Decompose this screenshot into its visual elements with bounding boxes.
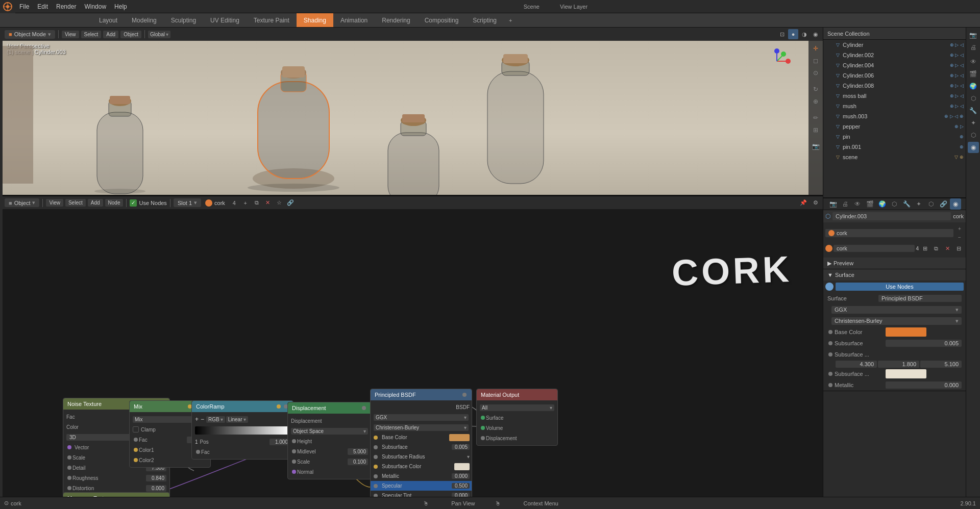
- ss-r2-field[interactable]: 1.800: [878, 361, 919, 368]
- surface-value-field[interactable]: Principled BSDF: [878, 295, 962, 302]
- disp-normal-socket[interactable]: [292, 470, 296, 474]
- mix-c1-socket[interactable]: [134, 448, 138, 452]
- tab-modeling[interactable]: Modeling: [125, 13, 164, 27]
- node-editor-mode-dropdown[interactable]: ■ Object ▾: [5, 198, 39, 207]
- disp-scale-socket[interactable]: [292, 460, 296, 464]
- prop-ss-socket[interactable]: [828, 341, 832, 345]
- bsdf-ssr-socket[interactable]: [374, 455, 378, 459]
- object-menu-btn[interactable]: Object: [120, 31, 141, 38]
- cr-pos-val[interactable]: 1.000: [270, 439, 290, 445]
- prop-met-socket[interactable]: [828, 383, 832, 387]
- outliner-item-scene[interactable]: ▽ scene ▽ ⊕: [823, 152, 966, 162]
- prop-tab-render[interactable]: 📷: [827, 198, 839, 210]
- menu-help[interactable]: Help: [110, 0, 131, 13]
- disp-space-dropdown[interactable]: Object Space ▾: [291, 428, 368, 435]
- view-menu-btn[interactable]: View: [62, 31, 79, 38]
- viewport-shading-wire[interactable]: ⊡: [777, 29, 787, 39]
- viewport-mode-dropdown[interactable]: ■ Object Mode ▾: [5, 30, 55, 39]
- viewport-shading-mat[interactable]: ◑: [799, 29, 810, 39]
- tab-animation[interactable]: Animation: [333, 13, 375, 27]
- vp-tool-annotate[interactable]: ✏: [810, 112, 821, 123]
- base-color-swatch[interactable]: [886, 327, 926, 337]
- ss-color-swatch[interactable]: [886, 369, 926, 378]
- menu-edit[interactable]: Edit: [33, 0, 52, 13]
- use-nodes-checkbox[interactable]: ✓ Use Nodes: [130, 199, 166, 207]
- tab-texture-paint[interactable]: Texture Paint: [247, 13, 297, 27]
- cr-rgb-dropdown[interactable]: RGB ▾: [206, 416, 225, 423]
- prop-basecolor-socket[interactable]: [828, 330, 832, 334]
- slot-dropdown[interactable]: Slot 1 ▾: [174, 198, 201, 207]
- ne-select-btn[interactable]: Select: [65, 199, 86, 207]
- scene-gizmo[interactable]: [762, 46, 792, 77]
- tab-shading[interactable]: Shading: [297, 13, 333, 27]
- menu-window[interactable]: Window: [80, 0, 110, 13]
- bsdf-basecolor-socket[interactable]: [374, 436, 378, 440]
- displacement-header[interactable]: Displacement: [288, 402, 371, 414]
- prop-tab-view[interactable]: 👁: [852, 198, 863, 210]
- prop-ssr-socket[interactable]: [828, 352, 832, 357]
- ri-particles[interactable]: ✦: [968, 117, 979, 129]
- bsdf-met-socket[interactable]: [374, 474, 378, 478]
- nt-scale-socket[interactable]: [67, 455, 71, 460]
- nt-detail-socket[interactable]: [67, 466, 71, 470]
- mat-name-field[interactable]: cork: [834, 245, 915, 252]
- tab-uv-editing[interactable]: UV Editing: [203, 13, 247, 27]
- viewport-shading-solid[interactable]: ●: [788, 29, 798, 39]
- prop-tab-scene[interactable]: 🎬: [864, 198, 875, 210]
- cr-remove-btn[interactable]: −: [201, 416, 204, 423]
- vp-tool-cursor[interactable]: ✛: [810, 43, 821, 54]
- disp-height-socket[interactable]: [292, 439, 296, 443]
- select-menu-btn[interactable]: Select: [81, 31, 102, 38]
- bsdf-basecolor-swatch[interactable]: [449, 434, 470, 441]
- ri-object[interactable]: ⬡: [968, 93, 979, 104]
- subsurface-val-field[interactable]: 0.005: [886, 340, 962, 347]
- blender-logo[interactable]: [0, 0, 15, 13]
- ri-scene[interactable]: 🎬: [968, 68, 979, 80]
- bsdf-metallic-val[interactable]: 0.000: [452, 473, 470, 479]
- vp-tool-rotate[interactable]: ↻: [810, 84, 821, 95]
- mix-c2-socket[interactable]: [134, 458, 138, 462]
- mix-clamp-checkbox[interactable]: [133, 426, 139, 432]
- mo-surface-socket[interactable]: [481, 416, 485, 420]
- cr-linear-dropdown[interactable]: Linear ▾: [226, 416, 248, 423]
- bsdf-ss-socket[interactable]: [374, 445, 378, 449]
- ne-add-btn[interactable]: Add: [88, 199, 103, 207]
- nt-roughness-val[interactable]: 0.840: [146, 475, 166, 481]
- preview-header[interactable]: ▶ Preview: [823, 258, 966, 269]
- menu-render[interactable]: Render: [52, 0, 80, 13]
- vp-tool-measure[interactable]: ⊞: [810, 124, 821, 136]
- tab-sculpting[interactable]: Sculpting: [164, 13, 203, 27]
- prop-tab-physics[interactable]: ⬡: [925, 198, 937, 210]
- mat-dup-btn[interactable]: ⧉: [252, 198, 262, 208]
- mat-filter[interactable]: ⊟: [953, 243, 964, 253]
- disp-out-socket[interactable]: [362, 406, 366, 410]
- outliner-item-mossball[interactable]: ▽ moss ball ⊕ ▷ ◁: [823, 91, 966, 101]
- ne-pin-btn[interactable]: 📌: [798, 198, 808, 208]
- metallic-val-field[interactable]: 0.000: [886, 381, 962, 389]
- viewport-shading-render[interactable]: ◉: [811, 29, 821, 39]
- cr-fac-socket[interactable]: [196, 450, 200, 454]
- mat-copy2[interactable]: ⧉: [931, 243, 941, 253]
- bsdf-ss-val[interactable]: 0.005: [452, 444, 470, 450]
- material-selector[interactable]: cork: [205, 199, 225, 207]
- prop-tab-constraints[interactable]: 🔗: [938, 198, 949, 210]
- mat-output-header[interactable]: Material Output: [477, 389, 557, 400]
- mo-volume-socket[interactable]: [481, 426, 485, 430]
- mat-link[interactable]: 🔗: [285, 198, 296, 208]
- outliner-item-cylinder002[interactable]: ▽ Cylinder.002 ⊕ ▷ ◁: [823, 50, 966, 60]
- outliner-item-cylinder008[interactable]: ▽ Cylinder.008 ⊕ ▷ ◁: [823, 81, 966, 91]
- outliner-item-pin001[interactable]: ▽ pin.001 ⊕: [823, 142, 966, 152]
- ri-physics[interactable]: ⬡: [968, 130, 979, 141]
- vp-tool-camera[interactable]: 📷: [810, 141, 821, 152]
- mat-slot-list[interactable]: cork: [825, 229, 953, 237]
- cr-color-out[interactable]: [277, 404, 281, 409]
- disp-midlevel-val[interactable]: 5.000: [348, 448, 368, 455]
- tab-scripting[interactable]: Scripting: [465, 13, 504, 27]
- mat-slot-remove[interactable]: −: [955, 233, 964, 241]
- ne-node-btn[interactable]: Node: [105, 199, 124, 207]
- bsdf-ssc-swatch[interactable]: [454, 463, 470, 470]
- ri-material[interactable]: ◉: [968, 142, 979, 153]
- mat-new-btn[interactable]: +: [240, 198, 251, 208]
- outliner-item-cylinder[interactable]: ▽ Cylinder ⊕ ▷ ◁: [823, 40, 966, 50]
- mat-fake-user[interactable]: ☆: [274, 198, 284, 208]
